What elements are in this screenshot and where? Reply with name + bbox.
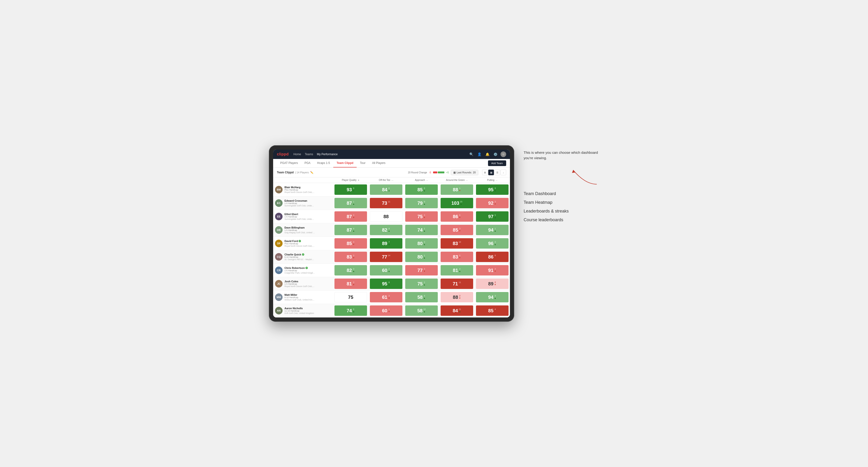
tab-team-clippd[interactable]: Team Clippd (333, 159, 356, 167)
score-box-2-2: 75 3 ▼ (405, 211, 438, 222)
player-cell-5[interactable]: CQ Charlie Quick ✓ 6-10 Handicap St. Geo… (273, 250, 333, 264)
arrow-up: ▲ (494, 217, 496, 219)
arrow-down: ▼ (494, 257, 496, 259)
tab-pga[interactable]: PGA (301, 159, 314, 167)
tab-tour[interactable]: Tour (356, 159, 369, 167)
player-info-5: Charlie Quick ✓ 6-10 Handicap St. George… (284, 253, 331, 261)
score-num-9-4: 85 (488, 308, 493, 313)
nav-home[interactable]: Home (293, 152, 301, 157)
col-header-putting[interactable]: Putting — (474, 177, 510, 183)
score-box-8-3: 88 2 ▼ (441, 292, 473, 302)
bell-icon[interactable]: 🔔 (485, 151, 490, 157)
score-box-2-1: 88 (370, 211, 402, 222)
arrow-down: ▼ (494, 203, 496, 206)
score-change-1-1: 11 ▼ (388, 201, 390, 206)
list-view-button[interactable]: ☰ (494, 169, 500, 175)
col-header-approach[interactable]: Approach — (404, 177, 439, 183)
tab-pgat-players[interactable]: PGAT Players (277, 159, 301, 167)
player-info-8: Matt Miller 6-10 Handicap Woburn Golf Cl… (284, 293, 331, 301)
score-cell-7-0: 81 3 ▼ (333, 277, 368, 290)
score-num-8-1: 61 (382, 294, 387, 300)
score-num-4-3: 83 (453, 241, 458, 246)
arrow-up: ▲ (494, 297, 496, 300)
nav-teams[interactable]: Teams (305, 152, 313, 157)
logo: clippd (277, 152, 289, 156)
last-rounds-button[interactable]: ▦ Last Rounds: 20 (451, 170, 478, 175)
option-course-leaderboards[interactable]: Course leaderboards (524, 217, 599, 222)
player-info-2: Elliot Ebert 1-5 Handicap Sunningdale Go… (284, 213, 331, 220)
player-handicap-7: 1-5 Handicap (284, 283, 331, 285)
option-team-heatmap[interactable]: Team Heatmap (524, 200, 599, 205)
view-icons: ⊞ ▦ ☰ ↓ (482, 169, 506, 175)
score-change-3-0: 4 ▲ (352, 228, 355, 232)
settings-icon[interactable]: ⚙️ (493, 151, 498, 157)
table-row: MM Matt Miller 6-10 Handicap Woburn Golf… (273, 290, 510, 304)
nav-my-performance[interactable]: My Performance (317, 152, 338, 157)
score-cell-5-2: 80 1 ▲ (404, 250, 439, 264)
score-num-6-0: 82 (347, 268, 352, 273)
arrow-up: ▲ (352, 190, 355, 192)
score-change-5-4: 8 ▼ (494, 254, 496, 259)
edit-icon[interactable]: ✏️ (310, 171, 313, 174)
score-box-5-1: 77 14 ▼ (370, 252, 402, 262)
score-num-7-3: 71 (453, 281, 458, 286)
user-icon[interactable]: 👤 (476, 151, 482, 157)
player-cell-6[interactable]: CR Chris Robertson ✓ 1-5 Handicap Craigm… (273, 264, 333, 277)
score-num-5-4: 86 (488, 254, 493, 260)
score-box-4-1: 89 7 ▲ (370, 238, 402, 249)
col-header-quality[interactable]: Player Quality ▼ (333, 177, 368, 183)
score-cell-8-3: 88 2 ▼ (439, 290, 474, 304)
score-change-6-1: 2 ▲ (388, 268, 390, 273)
table-view-button[interactable]: ▦ (488, 169, 494, 175)
score-num-8-3: 88 (453, 294, 458, 300)
score-box-9-0: 74 8 ▲ (335, 305, 367, 316)
player-cell-9[interactable]: AN Aaron Nicholls 11-15 Handicap Drift G… (273, 304, 333, 317)
score-box-4-3: 83 10 ▼ (441, 238, 473, 249)
score-change-9-1: 1 ▼ (388, 308, 390, 313)
search-icon[interactable]: 🔍 (468, 151, 474, 157)
score-box-3-0: 87 4 ▲ (335, 225, 367, 235)
player-info-3: Dave Billingham 1-5 Handicap Gog Magog G… (284, 226, 331, 234)
player-name-1: Edward Crossman (284, 199, 331, 202)
avatar[interactable]: U (500, 151, 506, 157)
score-change-8-2: 4 ▲ (423, 295, 426, 300)
player-avatar-2: EE (275, 213, 283, 220)
score-cell-2-0: 87 3 ▼ (333, 210, 368, 223)
arrow-down: ▼ (494, 270, 496, 273)
arrow-up: ▲ (459, 311, 461, 313)
option-leaderboards[interactable]: Leaderboards & streaks (524, 209, 599, 214)
score-box-1-2: 79 9 ▲ (405, 198, 438, 208)
col-header-tee[interactable]: Off the Tee — (368, 177, 404, 183)
add-team-button[interactable]: Add Team (488, 160, 506, 166)
player-cell-8[interactable]: MM Matt Miller 6-10 Handicap Woburn Golf… (273, 290, 333, 304)
score-cell-8-1: 61 3 ▼ (368, 290, 404, 304)
player-avatar-8: MM (275, 293, 283, 301)
player-avatar-5: CQ (275, 253, 283, 261)
score-box-2-4: 97 5 ▲ (476, 211, 508, 222)
player-cell-1[interactable]: EC Edward Crossman 1-5 Handicap Sunningd… (273, 196, 333, 210)
player-info-7: Josh Coles 1-5 Handicap Royal North Devo… (284, 280, 331, 287)
grid-view-button[interactable]: ⊞ (482, 169, 488, 175)
download-button[interactable]: ↓ (500, 169, 506, 175)
filter-icon: ▦ (453, 171, 456, 174)
option-team-dashboard[interactable]: Team Dashboard (524, 191, 599, 196)
sort-arrow-putting: — (496, 179, 497, 181)
player-club-7: Royal North Devon Golf Club, United King… (284, 285, 315, 287)
col-header-green[interactable]: Around the Green — (439, 177, 474, 183)
tab-hcaps[interactable]: Hcaps 1-5 (314, 159, 333, 167)
round-change-label: 20 Round Change (408, 171, 427, 174)
score-num-4-4: 96 (488, 241, 493, 246)
score-change-3-1: 4 ▲ (388, 228, 390, 232)
tab-all-players[interactable]: All Players (369, 159, 389, 167)
player-cell-2[interactable]: EE Elliot Ebert 1-5 Handicap Sunningdale… (273, 210, 333, 223)
arrow-up: ▲ (352, 270, 355, 273)
score-cell-6-2: 77 3 ▼ (404, 264, 439, 277)
score-num-4-2: 80 (417, 241, 423, 246)
annotation-panel: This is where you can choose which dashb… (524, 145, 599, 222)
player-cell-7[interactable]: JC Josh Coles 1-5 Handicap Royal North D… (273, 277, 333, 290)
arrow-down: ▼ (388, 311, 390, 313)
player-cell-3[interactable]: DB Dave Billingham 1-5 Handicap Gog Mago… (273, 223, 333, 237)
player-cell-0[interactable]: BM Blair McHarg Plus Handicap Royal Nort… (273, 183, 333, 196)
arrow-down: ▼ (459, 190, 461, 192)
player-cell-4[interactable]: DF David Ford ✓ Plus Handicap Royal Nort… (273, 237, 333, 250)
